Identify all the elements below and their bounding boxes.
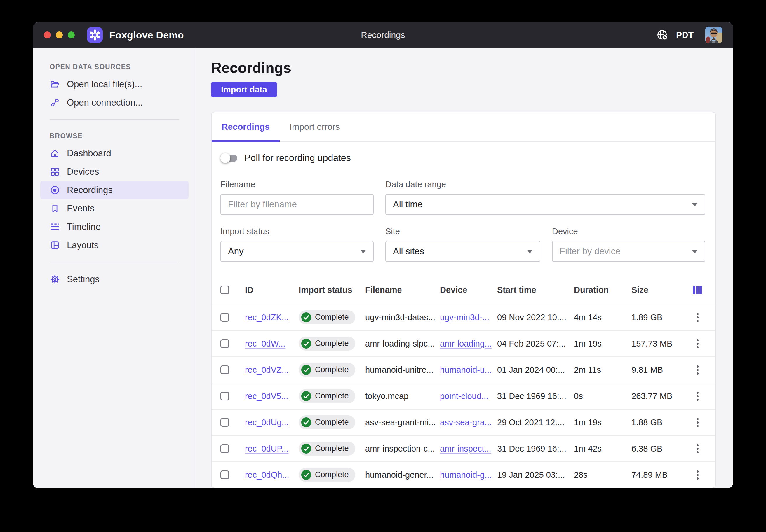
device-link[interactable]: amr-loading...: [440, 339, 492, 348]
import-status-value: Any: [228, 246, 244, 257]
device-link[interactable]: humanoid-g...: [440, 470, 492, 479]
row-checkbox[interactable]: [221, 470, 229, 479]
row-checkbox[interactable]: [221, 444, 229, 453]
row-menu-icon[interactable]: [695, 337, 700, 350]
main-content: Recordings Import data Recordings Import…: [196, 48, 733, 488]
filename-cell: amr-loading-slpc...: [365, 339, 440, 349]
check-circle-icon: [301, 312, 312, 323]
globe-clock-icon[interactable]: [656, 29, 669, 41]
recording-id-link[interactable]: rec_0dV5...: [245, 391, 288, 401]
sidebar-item-layouts[interactable]: Layouts: [40, 236, 188, 254]
table-row: rec_0dZK... Complete ugv-min3d-datas... …: [212, 304, 715, 330]
duration-cell: 28s: [574, 470, 632, 480]
recording-id-link[interactable]: rec_0dW...: [245, 339, 286, 348]
import-data-button[interactable]: Import data: [211, 82, 277, 97]
recording-id-link[interactable]: rec_0dUP...: [245, 444, 288, 453]
duration-cell: 4m 14s: [574, 313, 632, 322]
row-checkbox[interactable]: [221, 392, 229, 400]
tab-recordings[interactable]: Recordings: [212, 112, 280, 141]
device-link[interactable]: point-cloud...: [440, 391, 488, 401]
site-select[interactable]: All sites: [385, 241, 540, 262]
status-badge: Complete: [299, 363, 355, 377]
browse-heading: BROWSE: [50, 132, 178, 140]
tab-import-errors[interactable]: Import errors: [280, 112, 350, 141]
row-menu-icon[interactable]: [695, 390, 700, 403]
link-icon: [50, 98, 60, 108]
recording-id-link[interactable]: rec_0dVZ...: [245, 365, 289, 375]
recording-id-link[interactable]: rec_0dZK...: [245, 313, 289, 322]
column-header-size[interactable]: Size: [632, 285, 687, 295]
recording-id-link[interactable]: rec_0dQh...: [245, 470, 289, 479]
chevron-down-icon: [527, 250, 533, 253]
sidebar-item-recordings[interactable]: Recordings: [40, 181, 188, 199]
folder-open-icon: [50, 79, 60, 89]
filters-section: Poll for recording updates Filename Data…: [212, 142, 715, 262]
layout-icon: [50, 240, 60, 250]
maximize-button[interactable]: [68, 31, 75, 39]
row-checkbox[interactable]: [221, 339, 229, 348]
start-time-cell: 04 Feb 2025 07:...: [497, 339, 574, 349]
column-header-id[interactable]: ID: [245, 285, 299, 295]
row-menu-icon[interactable]: [695, 469, 700, 481]
device-select[interactable]: Filter by device: [552, 241, 705, 262]
date-range-select[interactable]: All time: [385, 194, 705, 215]
poll-toggle[interactable]: [221, 153, 238, 163]
device-link[interactable]: asv-sea-gra...: [440, 418, 492, 427]
titlebar: Foxglove Demo Recordings PDT: [33, 22, 733, 48]
select-all-checkbox[interactable]: [221, 286, 229, 294]
close-button[interactable]: [44, 31, 51, 39]
filename-filter-input[interactable]: [228, 199, 366, 210]
device-link[interactable]: amr-inspect...: [440, 444, 491, 453]
status-badge: Complete: [299, 310, 355, 324]
column-header-filename[interactable]: Filename: [365, 285, 440, 295]
sidebar-item-label: Events: [67, 203, 95, 214]
sidebar-divider: [50, 262, 179, 263]
minimize-button[interactable]: [56, 31, 63, 39]
device-link[interactable]: ugv-min3d-...: [440, 313, 489, 322]
columns-icon[interactable]: [693, 286, 702, 294]
row-menu-icon[interactable]: [695, 442, 700, 455]
column-header-import-status[interactable]: Import status: [299, 285, 365, 295]
sidebar-item-devices[interactable]: Devices: [40, 162, 188, 181]
row-checkbox[interactable]: [221, 313, 229, 322]
timezone-label[interactable]: PDT: [676, 30, 694, 40]
user-avatar[interactable]: [705, 27, 722, 43]
timeline-icon: [50, 222, 60, 232]
sidebar-item-dashboard[interactable]: Dashboard: [40, 144, 188, 162]
sidebar-item-open-local-files[interactable]: Open local file(s)...: [40, 75, 188, 93]
size-cell: 157.73 MB: [632, 339, 687, 349]
sidebar-item-open-connection[interactable]: Open connection...: [40, 93, 188, 112]
sidebar-item-label: Devices: [67, 167, 99, 177]
start-time-cell: 31 Dec 1969 16:...: [497, 391, 574, 401]
sidebar-item-label: Open connection...: [67, 97, 143, 108]
table-row: rec_0dVZ... Complete humanoid-unitre... …: [212, 356, 715, 383]
size-cell: 9.81 MB: [632, 365, 687, 375]
row-checkbox[interactable]: [221, 418, 229, 427]
device-link[interactable]: humanoid-u...: [440, 365, 492, 375]
device-placeholder: Filter by device: [559, 246, 620, 257]
filename-cell: asv-sea-grant-mi...: [365, 418, 440, 427]
check-circle-icon: [301, 443, 312, 454]
row-menu-icon[interactable]: [695, 416, 700, 429]
row-checkbox[interactable]: [221, 365, 229, 374]
chevron-down-icon: [692, 203, 698, 207]
filename-cell: ugv-min3d-datas...: [365, 313, 440, 322]
bookmark-icon: [50, 204, 60, 213]
column-header-device[interactable]: Device: [440, 285, 497, 295]
grid-icon: [50, 167, 60, 177]
check-circle-icon: [301, 417, 312, 428]
row-menu-icon[interactable]: [695, 364, 700, 376]
sidebar-item-events[interactable]: Events: [40, 199, 188, 218]
foxglove-logo: [87, 27, 103, 43]
sidebar-item-timeline[interactable]: Timeline: [40, 218, 188, 236]
table-row: rec_0dQh... Complete humanoid-gener... h…: [212, 461, 715, 488]
import-status-select[interactable]: Any: [221, 241, 374, 262]
row-menu-icon[interactable]: [695, 311, 700, 324]
check-circle-icon: [301, 365, 312, 375]
start-time-cell: 19 Jan 2025 03:...: [497, 470, 574, 480]
recording-id-link[interactable]: rec_0dUg...: [245, 418, 289, 427]
column-header-start-time[interactable]: Start time: [497, 285, 574, 295]
window-controls: [44, 31, 75, 39]
sidebar-item-settings[interactable]: Settings: [40, 270, 188, 288]
column-header-duration[interactable]: Duration: [574, 285, 632, 295]
